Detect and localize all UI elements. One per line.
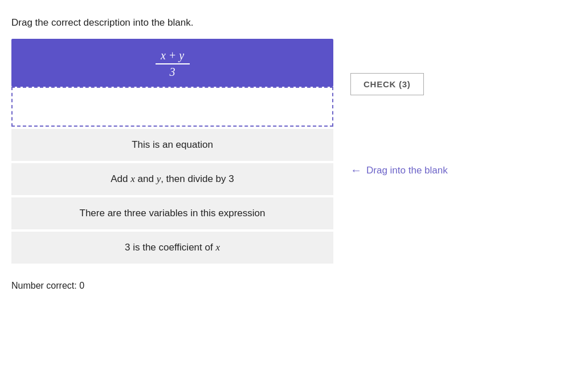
formula-denominator: 3 xyxy=(23,66,322,79)
number-correct: Number correct: 0 xyxy=(11,281,577,291)
check-button[interactable]: CHECK (3) xyxy=(350,73,424,95)
formula-display: x + y 3 xyxy=(11,39,333,87)
left-panel: x + y 3 This is an equation Add x and y,… xyxy=(11,39,333,264)
option-3[interactable]: There are three variables in this expres… xyxy=(11,197,333,229)
drop-zone[interactable] xyxy=(11,87,333,127)
drag-hint-text: Drag into the blank xyxy=(366,165,448,176)
drag-hint: ← Drag into the blank xyxy=(350,164,448,177)
fraction-line xyxy=(156,63,190,64)
arrow-left-icon: ← xyxy=(350,164,362,177)
formula-numerator: x + y xyxy=(23,49,322,62)
option-2[interactable]: Add x and y, then divide by 3 xyxy=(11,163,333,195)
answer-options: This is an equation Add x and y, then di… xyxy=(11,129,333,264)
option-1[interactable]: This is an equation xyxy=(11,129,333,161)
option-4[interactable]: 3 is the coefficient of x xyxy=(11,232,333,264)
right-panel: CHECK (3) ← Drag into the blank xyxy=(350,39,448,177)
main-layout: x + y 3 This is an equation Add x and y,… xyxy=(11,39,577,264)
instruction-text: Drag the correct description into the bl… xyxy=(11,17,577,29)
